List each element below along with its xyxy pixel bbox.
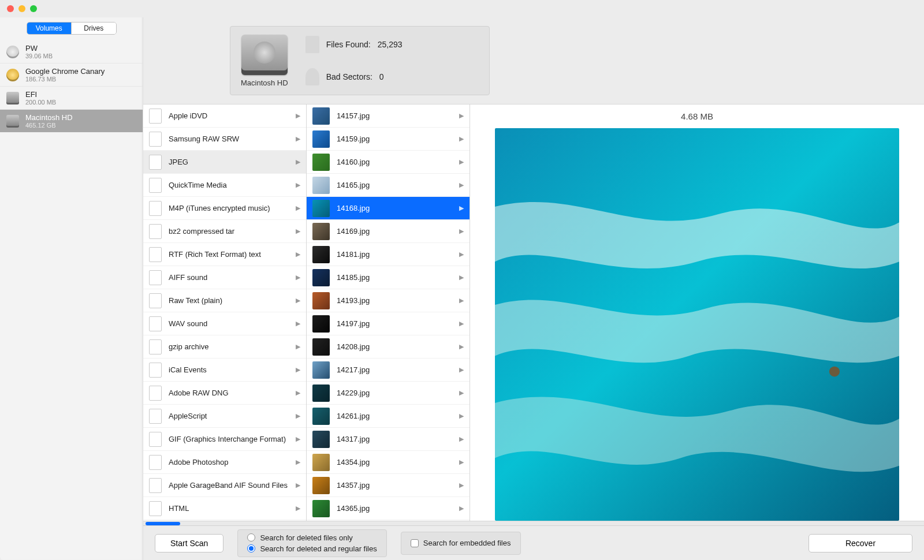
search-mode-options: Search for deleted files only Search for… bbox=[237, 529, 386, 557]
file-type-label: Raw Text (plain) bbox=[169, 296, 292, 305]
file-type-row[interactable]: WAV sound▶ bbox=[143, 312, 306, 335]
file-row[interactable]: 14317.jpg▶ bbox=[307, 428, 470, 451]
file-row[interactable]: 14354.jpg▶ bbox=[307, 451, 470, 474]
file-type-row[interactable]: GIF (Graphics Interchange Format)▶ bbox=[143, 428, 306, 451]
file-row[interactable]: 14185.jpg▶ bbox=[307, 266, 470, 289]
bad-sectors-value: 0 bbox=[379, 72, 384, 81]
info-box: Macintosh HD Files Found: 25,293 Bad Sec… bbox=[230, 26, 490, 95]
file-row[interactable]: 14159.jpg▶ bbox=[307, 128, 470, 151]
file-row[interactable]: 14217.jpg▶ bbox=[307, 359, 470, 382]
volume-item[interactable]: Google Chrome Canary186.73 MB bbox=[0, 63, 143, 86]
file-thumbnail bbox=[312, 177, 330, 194]
stats: Files Found: 25,293 Bad Sectors: 0 bbox=[305, 36, 403, 85]
volume-meta: EFI200.00 MB bbox=[25, 90, 56, 106]
option-embedded-files[interactable]: Search for embedded files bbox=[411, 539, 511, 547]
segment-volumes[interactable]: Volumes bbox=[27, 23, 72, 34]
option-deleted-only[interactable]: Search for deleted files only bbox=[247, 533, 377, 542]
recover-button[interactable]: Recover bbox=[808, 534, 912, 552]
chevron-right-icon: ▶ bbox=[296, 274, 300, 281]
start-scan-button[interactable]: Start Scan bbox=[155, 534, 223, 552]
volume-item[interactable]: PW39.06 MB bbox=[0, 40, 143, 63]
volume-icon bbox=[6, 91, 20, 105]
file-type-row[interactable]: QuickTime Media▶ bbox=[143, 174, 306, 197]
chevron-right-icon: ▶ bbox=[296, 366, 300, 374]
file-row[interactable]: 14157.jpg▶ bbox=[307, 104, 470, 128]
file-type-icon bbox=[149, 316, 162, 331]
file-type-label: iCal Events bbox=[169, 365, 292, 374]
file-type-row[interactable]: AppleScript▶ bbox=[143, 405, 306, 428]
chevron-right-icon: ▶ bbox=[459, 297, 464, 304]
sidebar: Volumes Drives PW39.06 MBGoogle Chrome C… bbox=[0, 17, 143, 560]
file-name: 14261.jpg bbox=[337, 412, 456, 420]
file-name: 14169.jpg bbox=[337, 227, 456, 236]
file-type-icon bbox=[149, 386, 162, 401]
file-types-column[interactable]: Apple iDVD▶Samsung RAW SRW▶JPEG▶QuickTim… bbox=[143, 104, 307, 521]
file-type-row[interactable]: Apple iDVD▶ bbox=[143, 104, 306, 128]
file-name: 14193.jpg bbox=[337, 296, 456, 305]
file-type-row[interactable]: Raw Text (plain)▶ bbox=[143, 289, 306, 312]
files-found-row: Files Found: 25,293 bbox=[305, 36, 403, 53]
file-type-row[interactable]: Samsung RAW SRW▶ bbox=[143, 128, 306, 151]
chevron-right-icon: ▶ bbox=[296, 435, 300, 443]
chevron-right-icon: ▶ bbox=[459, 112, 464, 120]
file-row[interactable]: 14357.jpg▶ bbox=[307, 474, 470, 497]
chevron-right-icon: ▶ bbox=[459, 135, 464, 143]
file-row[interactable]: 14181.jpg▶ bbox=[307, 243, 470, 266]
file-type-row[interactable]: Adobe Photoshop▶ bbox=[143, 451, 306, 474]
chevron-right-icon: ▶ bbox=[459, 227, 464, 235]
horizontal-scrollbar[interactable] bbox=[143, 521, 924, 525]
chevron-right-icon: ▶ bbox=[459, 204, 464, 212]
file-row[interactable]: 14208.jpg▶ bbox=[307, 335, 470, 359]
files-found-label: Files Found: bbox=[326, 40, 371, 49]
file-type-row[interactable]: gzip archive▶ bbox=[143, 335, 306, 359]
file-type-row[interactable]: HTML▶ bbox=[143, 497, 306, 520]
volume-icon bbox=[6, 45, 20, 59]
volume-size: 200.00 MB bbox=[25, 99, 56, 106]
file-type-label: AIFF sound bbox=[169, 273, 292, 282]
file-row[interactable]: 14160.jpg▶ bbox=[307, 151, 470, 174]
close-window-button[interactable] bbox=[7, 5, 14, 12]
file-type-row[interactable]: AIFF sound▶ bbox=[143, 266, 306, 289]
file-row[interactable]: 14365.jpg▶ bbox=[307, 497, 470, 520]
zoom-window-button[interactable] bbox=[30, 5, 37, 12]
chevron-right-icon: ▶ bbox=[296, 251, 300, 258]
file-thumbnail bbox=[312, 431, 330, 448]
minimize-window-button[interactable] bbox=[18, 5, 25, 12]
file-row[interactable]: 14229.jpg▶ bbox=[307, 382, 470, 405]
volume-size: 186.73 MB bbox=[25, 76, 105, 83]
file-name: 14217.jpg bbox=[337, 365, 456, 374]
segment-drives[interactable]: Drives bbox=[71, 23, 116, 34]
footer: Start Scan Search for deleted files only… bbox=[143, 525, 924, 560]
file-row[interactable]: 14261.jpg▶ bbox=[307, 405, 470, 428]
file-type-row[interactable]: iCal Events▶ bbox=[143, 359, 306, 382]
option-deleted-and-regular[interactable]: Search for deleted and regular files bbox=[247, 544, 377, 553]
files-column[interactable]: 14157.jpg▶14159.jpg▶14160.jpg▶14165.jpg▶… bbox=[307, 104, 470, 521]
volume-item[interactable]: EFI200.00 MB bbox=[0, 86, 143, 109]
file-type-label: gzip archive bbox=[169, 342, 292, 351]
chevron-right-icon: ▶ bbox=[459, 505, 464, 512]
files-found-value: 25,293 bbox=[378, 40, 403, 49]
file-type-label: bz2 compressed tar bbox=[169, 227, 292, 236]
file-row[interactable]: 14169.jpg▶ bbox=[307, 220, 470, 243]
file-type-row[interactable]: bz2 compressed tar▶ bbox=[143, 220, 306, 243]
file-type-row[interactable]: JPEG▶ bbox=[143, 151, 306, 174]
file-type-label: AppleScript bbox=[169, 412, 292, 420]
file-type-row[interactable]: Adobe RAW DNG▶ bbox=[143, 382, 306, 405]
file-thumbnail bbox=[312, 200, 330, 217]
file-type-label: HTML bbox=[169, 504, 292, 513]
file-row[interactable]: 14197.jpg▶ bbox=[307, 312, 470, 335]
scrollbar-knob[interactable] bbox=[146, 522, 180, 525]
file-row[interactable]: 14168.jpg▶ bbox=[307, 197, 470, 220]
chevron-right-icon: ▶ bbox=[296, 389, 300, 397]
file-type-row[interactable]: Apple GarageBand AIF Sound Files▶ bbox=[143, 474, 306, 497]
file-name: 14365.jpg bbox=[337, 504, 456, 513]
file-type-row[interactable]: RTF (Rich Text Format) text▶ bbox=[143, 243, 306, 266]
file-row[interactable]: 14165.jpg▶ bbox=[307, 174, 470, 197]
file-type-row[interactable]: M4P (iTunes encrypted music)▶ bbox=[143, 197, 306, 220]
chevron-right-icon: ▶ bbox=[459, 343, 464, 350]
file-row[interactable]: 14193.jpg▶ bbox=[307, 289, 470, 312]
file-name: 14197.jpg bbox=[337, 319, 456, 328]
volume-item[interactable]: Macintosh HD465.12 GB bbox=[0, 109, 143, 132]
file-type-icon bbox=[149, 432, 162, 447]
file-type-label: Adobe Photoshop bbox=[169, 458, 292, 466]
